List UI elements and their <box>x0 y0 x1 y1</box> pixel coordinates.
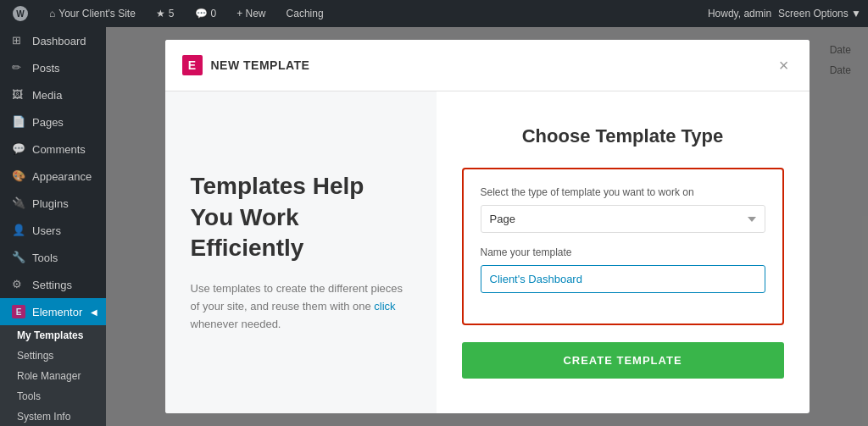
create-template-button[interactable]: CREATE TEMPLATE <box>462 342 784 379</box>
wp-logo-icon: W <box>12 5 29 22</box>
submenu-my-templates[interactable]: My Templates <box>0 325 106 346</box>
sidebar-item-media[interactable]: 🖼 Media <box>0 81 106 108</box>
sidebar-label-users: Users <box>32 224 61 237</box>
comments-icon: 💬 <box>12 142 25 156</box>
caching-button[interactable]: Caching <box>281 0 329 27</box>
sidebar-item-posts[interactable]: ✏ Posts <box>0 54 106 81</box>
template-name-group: Name your template <box>481 246 765 293</box>
sidebar-label-appearance: Appearance <box>32 170 92 183</box>
sidebar-label-elementor: Elementor <box>32 306 82 318</box>
sidebar-item-users[interactable]: 👤 Users <box>0 217 106 244</box>
modal-title-line1: Templates Help <box>191 173 364 199</box>
sidebar-label-comments: Comments <box>32 143 86 156</box>
sidebar-item-plugins[interactable]: 🔌 Plugins <box>0 190 106 217</box>
media-icon: 🖼 <box>12 88 25 102</box>
modal-left-title: Templates Help You Work Efficiently <box>191 171 411 263</box>
comment-count: 0 <box>211 8 217 19</box>
main-content: Date Date E NEW TEMPLATE × <box>106 27 868 426</box>
site-name-label: Your Client's Site <box>58 8 136 19</box>
appearance-icon: 🎨 <box>12 169 25 183</box>
admin-bar-right: Howdy, admin Screen Options ▼ <box>708 8 861 19</box>
choose-template-heading: Choose Template Type <box>462 125 784 147</box>
sidebar-label-settings: Settings <box>32 279 72 291</box>
modal-title-bold: Work <box>240 204 299 230</box>
elementor-logo-icon: E <box>182 55 203 75</box>
modal-header-left: E NEW TEMPLATE <box>182 55 310 75</box>
sidebar-item-comments[interactable]: 💬 Comments <box>0 136 106 163</box>
wp-logo-button[interactable]: W <box>7 0 34 27</box>
site-name-button[interactable]: ⌂ Your Client's Site <box>44 0 141 27</box>
plugins-icon: 🔌 <box>12 196 25 210</box>
sidebar-label-media: Media <box>32 89 62 102</box>
comments-button[interactable]: 💬 0 <box>190 0 222 27</box>
admin-bar: W ⌂ Your Client's Site ★ 5 💬 0 + New Cac… <box>0 0 868 27</box>
modal-left-section: Templates Help You Work Efficiently Use … <box>165 91 437 413</box>
template-name-input[interactable] <box>481 265 765 293</box>
svg-text:W: W <box>16 9 25 19</box>
sidebar-item-elementor[interactable]: E Elementor ◀ <box>0 298 106 325</box>
elementor-icon: E <box>12 305 25 318</box>
sidebar: ⊞ Dashboard ✏ Posts 🖼 Media 📄 Pages 💬 Co… <box>0 27 106 426</box>
template-type-select[interactable]: Page Section Single Archive Search Resul… <box>481 205 765 233</box>
template-name-label: Name your template <box>481 246 765 258</box>
sidebar-item-tools[interactable]: 🔧 Tools <box>0 244 106 271</box>
admin-bar-left: W ⌂ Your Client's Site ★ 5 💬 0 + New Cac… <box>7 0 329 27</box>
elementor-arrow-icon: ◀ <box>91 307 97 317</box>
sidebar-item-pages[interactable]: 📄 Pages <box>0 108 106 136</box>
dashboard-icon: ⊞ <box>12 34 25 47</box>
sidebar-item-appearance[interactable]: 🎨 Appearance <box>0 163 106 190</box>
template-type-group: Select the type of template you want to … <box>481 186 765 233</box>
users-icon: 👤 <box>12 224 25 237</box>
template-type-label: Select the type of template you want to … <box>481 186 765 198</box>
sidebar-label-posts: Posts <box>32 62 60 75</box>
settings-icon: ⚙ <box>12 278 25 291</box>
sidebar-label-plugins: Plugins <box>32 197 69 210</box>
pages-icon: 📄 <box>12 115 25 129</box>
posts-icon: ✏ <box>12 61 25 75</box>
modal-title-line2: You <box>191 204 241 230</box>
modal-body: Templates Help You Work Efficiently Use … <box>165 91 810 413</box>
new-button[interactable]: + New <box>231 0 270 27</box>
sidebar-label-pages: Pages <box>32 116 64 129</box>
tools-icon: 🔧 <box>12 251 25 264</box>
screen-options-button[interactable]: Screen Options ▼ <box>778 8 861 19</box>
submenu-settings[interactable]: Settings <box>0 346 106 366</box>
submenu-tools[interactable]: Tools <box>0 386 106 407</box>
new-template-modal: E NEW TEMPLATE × Templates Help You Work… <box>165 40 810 413</box>
modal-overlay: E NEW TEMPLATE × Templates Help You Work… <box>106 27 868 426</box>
sidebar-label-tools: Tools <box>32 252 58 264</box>
modal-description: Use templates to create the different pi… <box>191 280 411 333</box>
submenu-role-manager[interactable]: Role Manager <box>0 366 106 386</box>
template-form-section: Select the type of template you want to … <box>462 168 784 325</box>
sidebar-label-dashboard: Dashboard <box>32 35 86 47</box>
modal-title: NEW TEMPLATE <box>211 58 310 72</box>
submenu-system-info[interactable]: System Info <box>0 407 106 426</box>
star-number: 5 <box>169 8 175 19</box>
modal-header: E NEW TEMPLATE × <box>165 40 810 91</box>
elementor-submenu: My Templates Settings Role Manager Tools… <box>0 325 106 426</box>
sidebar-item-settings[interactable]: ⚙ Settings <box>0 271 106 298</box>
caching-label: Caching <box>287 8 324 19</box>
modal-title-efficiently: Efficiently <box>191 235 304 261</box>
sidebar-menu: ⊞ Dashboard ✏ Posts 🖼 Media 📄 Pages 💬 Co… <box>0 27 106 325</box>
modal-right-section: Choose Template Type Select the type of … <box>437 91 810 413</box>
modal-close-button[interactable]: × <box>776 53 793 77</box>
modal-click-link[interactable]: click <box>374 300 395 313</box>
sidebar-item-dashboard[interactable]: ⊞ Dashboard <box>0 27 106 54</box>
star-count[interactable]: ★ 5 <box>151 0 180 27</box>
new-label: + New <box>236 8 265 19</box>
howdy-text: Howdy, admin <box>708 8 771 19</box>
